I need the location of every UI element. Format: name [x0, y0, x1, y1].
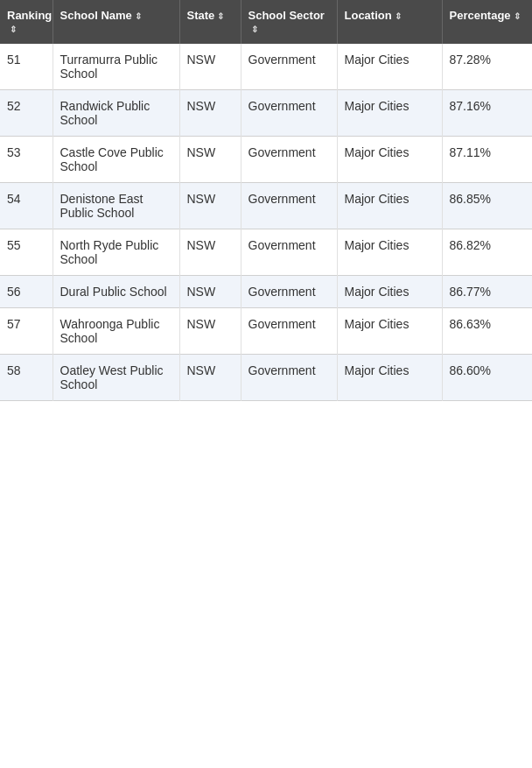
cell-location: Major Cities: [337, 276, 442, 308]
cell-school_sector: Government: [241, 137, 337, 183]
table-body: 51Turramurra Public SchoolNSWGovernmentM…: [0, 44, 532, 401]
cell-ranking: 58: [0, 355, 52, 401]
cell-school_sector: Government: [241, 229, 337, 276]
rankings-table: Ranking⇕School Name⇕State⇕School Sector⇕…: [0, 0, 532, 401]
cell-school_sector: Government: [241, 183, 337, 229]
cell-location: Major Cities: [337, 44, 442, 90]
cell-ranking: 56: [0, 276, 52, 308]
cell-ranking: 55: [0, 229, 52, 276]
table-row: 54Denistone East Public SchoolNSWGovernm…: [0, 183, 532, 229]
cell-percentage: 86.82%: [442, 229, 532, 276]
cell-school_name: Castle Cove Public School: [52, 137, 179, 183]
cell-ranking: 53: [0, 137, 52, 183]
sort-icon-state: ⇕: [217, 11, 224, 21]
header-school_name[interactable]: School Name⇕: [52, 0, 179, 44]
cell-school_name: Turramurra Public School: [52, 44, 179, 90]
cell-school_name: Wahroonga Public School: [52, 308, 179, 355]
cell-percentage: 87.16%: [442, 90, 532, 137]
cell-state: NSW: [179, 229, 241, 276]
cell-state: NSW: [179, 183, 241, 229]
cell-location: Major Cities: [337, 229, 442, 276]
header-location[interactable]: Location⇕: [337, 0, 442, 44]
cell-school_name: Dural Public School: [52, 276, 179, 308]
cell-location: Major Cities: [337, 137, 442, 183]
header-row: Ranking⇕School Name⇕State⇕School Sector⇕…: [0, 0, 532, 44]
cell-location: Major Cities: [337, 183, 442, 229]
cell-percentage: 86.63%: [442, 308, 532, 355]
table-row: 51Turramurra Public SchoolNSWGovernmentM…: [0, 44, 532, 90]
cell-school_sector: Government: [241, 90, 337, 137]
cell-location: Major Cities: [337, 90, 442, 137]
cell-school_sector: Government: [241, 308, 337, 355]
table-row: 56Dural Public SchoolNSWGovernmentMajor …: [0, 276, 532, 308]
header-ranking[interactable]: Ranking⇕: [0, 0, 52, 44]
cell-school_name: Randwick Public School: [52, 90, 179, 137]
header-percentage[interactable]: Percentage⇕: [442, 0, 532, 44]
cell-school_name: Denistone East Public School: [52, 183, 179, 229]
table-header: Ranking⇕School Name⇕State⇕School Sector⇕…: [0, 0, 532, 44]
cell-state: NSW: [179, 90, 241, 137]
header-state[interactable]: State⇕: [179, 0, 241, 44]
cell-school_sector: Government: [241, 276, 337, 308]
cell-school_name: North Ryde Public School: [52, 229, 179, 276]
table-row: 58Oatley West Public SchoolNSWGovernment…: [0, 355, 532, 401]
cell-state: NSW: [179, 44, 241, 90]
cell-ranking: 57: [0, 308, 52, 355]
cell-ranking: 54: [0, 183, 52, 229]
sort-icon-school_sector: ⇕: [251, 25, 258, 34]
cell-school_sector: Government: [241, 355, 337, 401]
cell-percentage: 87.11%: [442, 137, 532, 183]
cell-percentage: 86.85%: [442, 183, 532, 229]
cell-state: NSW: [179, 137, 241, 183]
cell-school_name: Oatley West Public School: [52, 355, 179, 401]
table-row: 57Wahroonga Public SchoolNSWGovernmentMa…: [0, 308, 532, 355]
cell-ranking: 51: [0, 44, 52, 90]
cell-state: NSW: [179, 276, 241, 308]
sort-icon-location: ⇕: [395, 11, 402, 21]
cell-percentage: 86.77%: [442, 276, 532, 308]
cell-ranking: 52: [0, 90, 52, 137]
cell-location: Major Cities: [337, 355, 442, 401]
sort-icon-ranking: ⇕: [10, 25, 17, 34]
table-row: 55North Ryde Public SchoolNSWGovernmentM…: [0, 229, 532, 276]
table-row: 52Randwick Public SchoolNSWGovernmentMaj…: [0, 90, 532, 137]
cell-state: NSW: [179, 355, 241, 401]
cell-school_sector: Government: [241, 44, 337, 90]
cell-location: Major Cities: [337, 308, 442, 355]
sort-icon-percentage: ⇕: [514, 11, 521, 21]
cell-state: NSW: [179, 308, 241, 355]
cell-percentage: 86.60%: [442, 355, 532, 401]
header-school_sector[interactable]: School Sector⇕: [241, 0, 337, 44]
table-row: 53Castle Cove Public SchoolNSWGovernment…: [0, 137, 532, 183]
cell-percentage: 87.28%: [442, 44, 532, 90]
table-wrapper: Ranking⇕School Name⇕State⇕School Sector⇕…: [0, 0, 532, 401]
sort-icon-school_name: ⇕: [135, 11, 142, 21]
